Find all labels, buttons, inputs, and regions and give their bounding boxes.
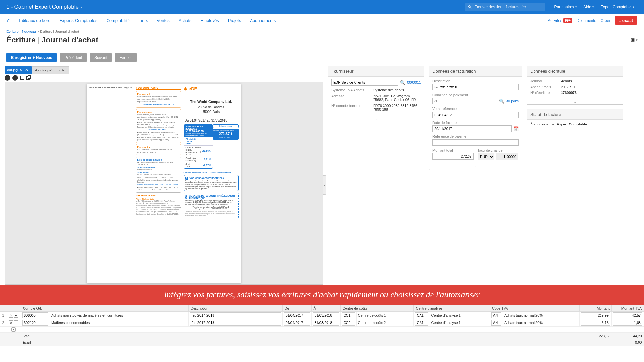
close-button[interactable]: Fermer bbox=[115, 53, 137, 62]
add-row-icon[interactable]: + bbox=[11, 327, 16, 332]
lookup-icon[interactable]: 🔍 bbox=[499, 99, 504, 104]
nav-experts[interactable]: Experts-Comptables bbox=[55, 14, 102, 27]
breadcrumb-link[interactable]: Écriture - Nouveau bbox=[6, 30, 36, 33]
tva-code-input[interactable] bbox=[491, 320, 501, 326]
nav-achats[interactable]: Achats bbox=[174, 14, 196, 27]
gl-code-input[interactable] bbox=[22, 320, 48, 326]
invoice-total-input[interactable] bbox=[432, 153, 474, 160]
cc-code-input[interactable] bbox=[342, 312, 355, 318]
ca-code-input[interactable] bbox=[415, 312, 428, 318]
global-search[interactable] bbox=[465, 3, 545, 11]
delete-row-icon[interactable]: ✕ bbox=[9, 320, 13, 325]
amount-input[interactable] bbox=[581, 312, 610, 318]
activites-badge: 99+ bbox=[564, 18, 572, 23]
breadcrumb: Écriture - Nouveau > Écriture | Journal … bbox=[0, 27, 644, 34]
nav-tableaux[interactable]: Tableaux de bord bbox=[14, 14, 55, 27]
settings-icon[interactable]: ▾ bbox=[630, 37, 638, 42]
rate-input bbox=[496, 153, 518, 160]
nav-ventes[interactable]: Ventes bbox=[152, 14, 174, 27]
collapse-invoice[interactable]: ⌃ bbox=[429, 165, 522, 170]
fit-icon[interactable] bbox=[20, 76, 24, 80]
nav-compta[interactable]: Comptabilité bbox=[102, 14, 134, 27]
line-desc-input[interactable] bbox=[190, 320, 281, 326]
table-row: 2✕+Matières consommablesCentre de coûts … bbox=[0, 319, 644, 327]
invoice-date-input[interactable] bbox=[432, 125, 512, 132]
next-button[interactable]: Suivant bbox=[90, 53, 112, 62]
cc-code-input[interactable] bbox=[342, 320, 355, 326]
amount-input[interactable] bbox=[581, 320, 610, 326]
nav-projets[interactable]: Projets bbox=[223, 14, 245, 27]
fullscreen-icon[interactable] bbox=[26, 76, 30, 80]
date-from-input[interactable] bbox=[284, 312, 310, 318]
entry-panel-title: Données d'écriture bbox=[527, 66, 623, 77]
status-panel-title: Statut de facture bbox=[527, 109, 623, 120]
delete-row-icon[interactable]: ✕ bbox=[9, 313, 13, 318]
approver-link[interactable]: Expert Comptable bbox=[557, 122, 587, 126]
supplier-code-link[interactable]: 0000011 bbox=[407, 80, 421, 84]
nav-tiers[interactable]: Tiers bbox=[134, 14, 152, 27]
supplier-name-input[interactable] bbox=[331, 79, 398, 86]
close-attachment-icon[interactable]: ✕ bbox=[24, 68, 29, 72]
page-title: Écriture|Journal d'achat bbox=[6, 35, 98, 44]
zoom-out-icon[interactable]: − bbox=[5, 75, 10, 81]
document-preview: Document à conserver 5 ans Page 1/2 VOS … bbox=[5, 82, 323, 285]
invoice-desc-input[interactable] bbox=[432, 84, 519, 90]
expand-entry[interactable]: ⌄ bbox=[527, 99, 623, 104]
promo-banner: Intégrez vos factures, saisissez vos écr… bbox=[0, 285, 644, 305]
amount-tva-input[interactable] bbox=[613, 320, 642, 326]
insert-row-icon[interactable]: + bbox=[14, 320, 18, 325]
entry-lines-grid: Compte G/L Description De À Centre de co… bbox=[0, 305, 644, 346]
invoice-cond-input[interactable] bbox=[432, 98, 497, 104]
lookup-icon[interactable]: 🔍 bbox=[400, 80, 405, 85]
attachment-tab[interactable]: edf.jpg ↻ ✕ bbox=[5, 66, 32, 74]
tva-code-input[interactable] bbox=[491, 312, 501, 318]
home-icon[interactable]: ⌂ bbox=[7, 17, 11, 24]
date-to-input[interactable] bbox=[313, 312, 339, 318]
activites-link[interactable]: Activités 99+ bbox=[548, 18, 572, 23]
save-button[interactable]: Enregistrer + Nouveau bbox=[6, 53, 57, 62]
calendar-icon[interactable]: 📅 bbox=[514, 126, 519, 131]
invoice-ref-input[interactable] bbox=[432, 112, 519, 118]
creer-link[interactable]: Créer bbox=[601, 18, 611, 23]
currency-select[interactable]: EUR bbox=[478, 153, 494, 160]
ca-code-input[interactable] bbox=[415, 320, 428, 326]
nav-abonnements[interactable]: Abonnements bbox=[245, 14, 280, 27]
supplier-panel-title: Fournisseur bbox=[328, 66, 424, 77]
chevron-down-icon: ▾ bbox=[80, 5, 82, 9]
edf-logo: eDF bbox=[184, 86, 239, 91]
expand-supplier[interactable]: ⌄ bbox=[328, 116, 424, 121]
aide-menu[interactable]: Aide▾ bbox=[583, 5, 594, 9]
search-input[interactable] bbox=[475, 5, 543, 9]
cond-link[interactable]: 30 jours bbox=[506, 99, 519, 103]
insert-row-icon[interactable]: + bbox=[14, 313, 18, 318]
invoice-panel-title: Données de facturation bbox=[429, 66, 522, 77]
line-desc-input[interactable] bbox=[190, 312, 281, 318]
nav-employes[interactable]: Employés bbox=[196, 14, 223, 27]
search-icon bbox=[468, 5, 472, 10]
amount-tva-input[interactable] bbox=[613, 312, 642, 318]
partenaires-menu[interactable]: Partenaires▾ bbox=[554, 5, 577, 9]
user-menu[interactable]: Expert Comptable▾ bbox=[601, 5, 634, 9]
gl-code-input[interactable] bbox=[22, 312, 48, 318]
date-from-input[interactable] bbox=[284, 320, 310, 326]
exact-logo: = exact bbox=[615, 16, 637, 25]
prev-button[interactable]: Précédent bbox=[60, 53, 87, 62]
invoice-payref-input[interactable] bbox=[432, 139, 519, 146]
date-to-input[interactable] bbox=[313, 320, 339, 326]
collapse-handle[interactable]: ◂ bbox=[323, 175, 326, 195]
refresh-icon[interactable]: ↻ bbox=[20, 68, 23, 72]
company-switcher[interactable]: 1 - Cabinet Expert Comptable▾ bbox=[6, 4, 82, 10]
zoom-in-icon[interactable]: + bbox=[12, 75, 18, 81]
add-attachment-button[interactable]: Ajouter pièce jointe bbox=[32, 66, 69, 74]
documents-link[interactable]: Documents bbox=[577, 18, 596, 23]
table-row: 1✕+Achats non stockés de matières et fou… bbox=[0, 312, 644, 319]
